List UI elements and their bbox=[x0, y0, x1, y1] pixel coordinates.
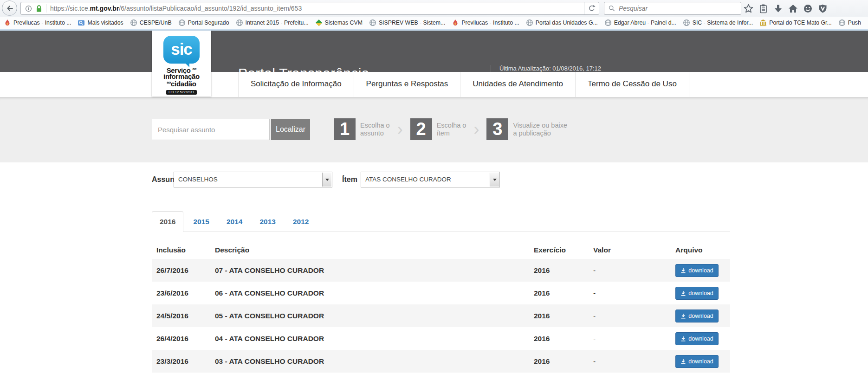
downloads-icon[interactable] bbox=[773, 4, 783, 13]
https-lock-icon[interactable] bbox=[36, 5, 42, 13]
item-selected-value: ATAS CONSELHO CURADOR bbox=[365, 176, 451, 183]
steps-guide: 1 Escolha oassunto › 2 Escolha oítem › 3… bbox=[334, 118, 567, 140]
tab-2016[interactable]: 2016 bbox=[152, 211, 183, 232]
cell-desc: 07 - ATA CONSELHO CURADOR bbox=[215, 266, 534, 275]
sic-logo-words: Serviço de informação aocidadão bbox=[152, 66, 211, 87]
sic-logo[interactable]: sic Serviço de informação aocidadão LEI … bbox=[152, 31, 211, 97]
nav-perguntas[interactable]: Perguntas e Respostas bbox=[354, 72, 461, 97]
col-inclusao: Inclusão bbox=[152, 246, 215, 254]
bookmark-item[interactable]: Portal do TCE Mato Gr... bbox=[759, 19, 831, 26]
step-1-label: Escolha oassunto bbox=[360, 122, 390, 137]
cell-date: 26/4/2016 bbox=[152, 335, 215, 343]
bookmark-item[interactable]: Edgar Abreu - Painel d... bbox=[604, 19, 676, 26]
col-valor: Valor bbox=[593, 246, 675, 254]
item-label: Ítem bbox=[342, 172, 357, 187]
bookmarks-menu-icon[interactable] bbox=[758, 4, 768, 13]
assunto-search-input[interactable] bbox=[152, 119, 270, 140]
chevron-right-icon: › bbox=[397, 120, 403, 139]
nav-termo[interactable]: Termo de Cessão de Uso bbox=[576, 72, 689, 97]
assunto-select[interactable]: CONSELHOS bbox=[174, 172, 332, 187]
download-icon bbox=[680, 359, 686, 364]
bookmark-item[interactable]: SIC - Sistema de Infor... bbox=[683, 19, 753, 26]
smiley-addon-icon[interactable] bbox=[803, 4, 813, 13]
cell-year: 2016 bbox=[534, 289, 593, 297]
download-button[interactable]: download bbox=[675, 264, 719, 277]
table-row: 26/4/2016 04 - ATA CONSELHO CURADOR 2016… bbox=[152, 327, 730, 350]
tab-2014[interactable]: 2014 bbox=[219, 212, 250, 232]
blue-folder-icon bbox=[78, 19, 85, 26]
download-icon bbox=[680, 313, 686, 319]
sic-logo-bubble-icon: sic bbox=[163, 36, 200, 64]
bookmark-item[interactable]: Portal das Unidades G... bbox=[526, 19, 598, 26]
cell-value: - bbox=[593, 312, 675, 320]
localizar-button[interactable]: Localizar bbox=[271, 119, 310, 140]
bookmark-label: CESPE/UnB bbox=[140, 19, 172, 26]
bookmark-label: Previlucas - Instituto ... bbox=[13, 19, 71, 26]
bookmark-label: SIC - Sistema de Infor... bbox=[693, 19, 753, 26]
bookmark-item[interactable]: Portal Segurado bbox=[178, 19, 229, 26]
table-row: 23/6/2016 06 - ATA CONSELHO CURADOR 2016… bbox=[152, 282, 730, 304]
toolbar-icons bbox=[744, 0, 828, 17]
bookmark-star-icon[interactable] bbox=[744, 4, 753, 13]
site-header: Portal Transparência INST. MUN. DE PREVI… bbox=[0, 31, 868, 72]
globe-icon bbox=[130, 19, 137, 26]
item-select[interactable]: ATAS CONSELHO CURADOR bbox=[361, 172, 500, 187]
globe-icon bbox=[604, 19, 612, 26]
download-button[interactable]: download bbox=[675, 332, 719, 345]
col-descricao: Descrição bbox=[215, 246, 534, 254]
page-info-icon[interactable] bbox=[25, 5, 32, 12]
cell-value: - bbox=[593, 335, 675, 343]
flame-icon bbox=[452, 19, 459, 26]
url-bar[interactable]: https://sic.tce.mt.gov.br/6/assunto/list… bbox=[20, 2, 599, 15]
browser-search-input[interactable] bbox=[618, 4, 741, 13]
bookmark-item[interactable]: Intranet 2015 - Prefeitu... bbox=[236, 19, 309, 26]
dropdown-arrow-icon[interactable] bbox=[490, 173, 499, 187]
nav-unidades[interactable]: Unidades de Atendimento bbox=[460, 72, 576, 97]
home-icon[interactable] bbox=[788, 4, 798, 13]
bookmark-item[interactable]: CESPE/UnB bbox=[130, 19, 172, 26]
tab-2012[interactable]: 2012 bbox=[285, 212, 316, 232]
bookmark-item[interactable]: Push bbox=[838, 19, 861, 26]
step-1-icon: 1 bbox=[334, 118, 356, 140]
browser-search-bar[interactable] bbox=[604, 2, 741, 15]
cell-year: 2016 bbox=[534, 335, 593, 343]
step-3-label: Visualize ou baixea publicação bbox=[513, 122, 567, 137]
bookmark-label: SISPREV WEB - Sistem... bbox=[379, 19, 446, 26]
sic-logo-text: sic bbox=[171, 40, 192, 58]
cell-desc: 05 - ATA CONSELHO CURADOR bbox=[215, 312, 534, 320]
bookmark-item[interactable]: Sistemas CVM bbox=[315, 19, 363, 26]
download-icon bbox=[680, 336, 686, 342]
download-button[interactable]: download bbox=[675, 310, 719, 322]
table-row: 26/7/2016 07 - ATA CONSELHO CURADOR 2016… bbox=[152, 259, 730, 282]
globe-icon bbox=[178, 19, 186, 26]
bookmark-item[interactable]: Previlucas - Instituto ... bbox=[452, 19, 519, 26]
tab-2015[interactable]: 2015 bbox=[186, 212, 216, 232]
shield-addon-icon[interactable] bbox=[818, 4, 828, 13]
search-icon bbox=[609, 5, 615, 12]
reload-icon bbox=[588, 5, 596, 12]
url-text[interactable]: https://sic.tce.mt.gov.br/6/assunto/list… bbox=[50, 5, 302, 12]
cell-value: - bbox=[593, 266, 675, 275]
bookmark-label: Intranet 2015 - Prefeitu... bbox=[246, 19, 309, 26]
cell-desc: 06 - ATA CONSELHO CURADOR bbox=[215, 289, 534, 297]
step-2-icon: 2 bbox=[410, 118, 432, 140]
bookmark-item[interactable]: Mais visitados bbox=[78, 19, 123, 26]
back-button[interactable] bbox=[2, 0, 17, 16]
flame-icon bbox=[4, 19, 11, 26]
dropdown-arrow-icon[interactable] bbox=[322, 173, 331, 187]
download-button[interactable]: download bbox=[675, 355, 719, 368]
bookmark-item[interactable]: Previlucas - Instituto ... bbox=[4, 19, 71, 26]
table-header: Inclusão Descrição Exercício Valor Arqui… bbox=[152, 241, 730, 259]
assunto-selected-value: CONSELHOS bbox=[178, 176, 218, 183]
back-arrow-icon bbox=[5, 4, 14, 13]
download-button[interactable]: download bbox=[675, 287, 719, 300]
globe-icon bbox=[369, 19, 376, 26]
bookmark-item[interactable]: SISPREV WEB - Sistem... bbox=[369, 19, 446, 26]
step-2-label: Escolha oítem bbox=[437, 122, 466, 137]
tab-2013[interactable]: 2013 bbox=[252, 212, 283, 232]
sic-logo-law-badge: LEI 12.527/2011 bbox=[166, 90, 196, 95]
download-icon bbox=[680, 290, 686, 296]
bookmarks-bar: Previlucas - Instituto ... Mais visitado… bbox=[0, 17, 868, 31]
reload-button[interactable] bbox=[584, 2, 599, 14]
nav-solicitacao[interactable]: Solicitação de Informação bbox=[238, 72, 354, 97]
